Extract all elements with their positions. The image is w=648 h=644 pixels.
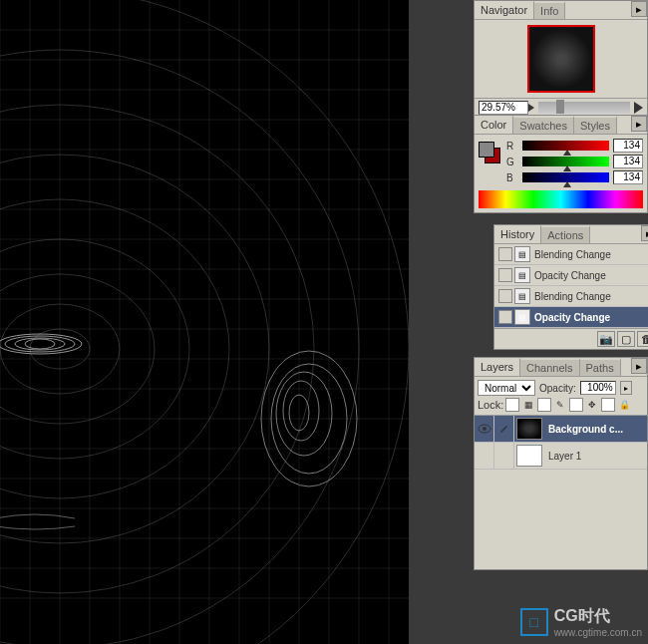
history-checkbox[interactable]	[498, 310, 512, 324]
rgb-sliders: R 134 G 134 B 134	[506, 139, 643, 186]
watermark-brand: CG时代	[554, 606, 642, 627]
slider-thumb-icon[interactable]	[563, 181, 571, 187]
history-item-label: Blending Change	[534, 291, 611, 302]
svg-rect-0	[0, 0, 409, 644]
brush-icon: ✎	[553, 398, 567, 412]
tab-color[interactable]: Color	[475, 116, 513, 134]
layer-thumbnail[interactable]	[516, 445, 542, 467]
blend-mode-select[interactable]: Normal	[478, 380, 535, 396]
zoom-slider-thumb[interactable]	[556, 100, 564, 114]
color-ramp[interactable]	[479, 190, 643, 208]
history-panel: History Actions ▸ ▤ Blending Change ▤ Op…	[493, 224, 648, 350]
tab-styles[interactable]: Styles	[574, 116, 617, 134]
watermark-text: CG时代 www.cgtime.com.cn	[554, 606, 642, 638]
tab-layers[interactable]: Layers	[475, 358, 520, 376]
opacity-dropdown-icon[interactable]: ▸	[620, 381, 632, 395]
tab-paths[interactable]: Paths	[580, 358, 621, 376]
new-snapshot-button[interactable]: 📷	[597, 331, 615, 347]
slider-thumb-icon[interactable]	[563, 165, 571, 171]
zoom-slider[interactable]	[538, 102, 630, 114]
watermark-logo-icon: □	[520, 608, 548, 636]
layer-link-toggle[interactable]	[494, 443, 514, 469]
lock-all-checkbox[interactable]	[601, 398, 615, 412]
history-item-label: Opacity Change	[534, 312, 610, 323]
document-viewport[interactable]: _ □ ×	[0, 0, 409, 644]
lock-position-checkbox[interactable]	[569, 398, 583, 412]
navigator-thumbnail-image	[531, 29, 591, 89]
r-label: R	[506, 141, 518, 152]
layers-empty-area	[475, 470, 647, 569]
lock-transparency-icon: ▦	[521, 398, 535, 412]
history-item-label: Opacity Change	[534, 270, 606, 281]
opacity-label: Opacity:	[539, 383, 576, 394]
history-footer: 📷 ▢ 🗑	[494, 328, 648, 349]
zoom-out-icon[interactable]	[528, 104, 534, 112]
layer-name: Layer 1	[544, 451, 581, 462]
panel-menu-icon[interactable]: ▸	[631, 1, 647, 17]
panel-menu-icon[interactable]: ▸	[641, 225, 648, 241]
history-item-label: Blending Change	[534, 249, 611, 260]
layer-link-toggle[interactable]	[494, 416, 514, 442]
zoom-in-icon[interactable]	[634, 102, 643, 114]
opacity-input[interactable]: 100%	[580, 381, 616, 395]
move-icon: ✥	[585, 398, 599, 412]
layers-controls: Normal Opacity: 100% ▸ Lock: ▦ ✎ ✥ 🔒	[475, 377, 647, 416]
tab-info[interactable]: Info	[534, 1, 565, 19]
layer-visibility-toggle[interactable]	[475, 416, 494, 442]
foreground-swatch[interactable]	[479, 142, 494, 158]
b-label: B	[506, 172, 518, 183]
layer-item[interactable]: Background c...	[475, 416, 647, 443]
r-value-input[interactable]: 134	[613, 139, 643, 153]
history-item[interactable]: ▤ Blending Change	[494, 286, 648, 307]
b-slider[interactable]	[522, 172, 609, 182]
slider-thumb-icon[interactable]	[563, 150, 571, 156]
r-slider[interactable]	[522, 141, 609, 151]
wireframe-svg	[0, 0, 409, 644]
navigator-preview[interactable]	[475, 20, 647, 98]
layers-panel: Layers Channels Paths ▸ Normal Opacity: …	[474, 357, 648, 570]
eye-icon	[478, 424, 491, 434]
g-label: G	[506, 157, 518, 167]
history-step-icon: ▤	[514, 246, 530, 262]
color-body: R 134 G 134 B 134	[475, 135, 647, 212]
new-state-button[interactable]: ▢	[617, 331, 635, 347]
zoom-value-input[interactable]: 29.57%	[479, 101, 528, 115]
history-checkbox[interactable]	[498, 289, 512, 303]
color-swatch-pair	[479, 142, 502, 183]
history-list: ▤ Blending Change ▤ Opacity Change ▤ Ble…	[494, 244, 648, 328]
wireframe-face-render	[0, 0, 409, 644]
layer-item[interactable]: Layer 1	[475, 443, 647, 470]
svg-point-54	[483, 427, 486, 431]
lock-label: Lock:	[478, 399, 503, 411]
delete-button[interactable]: 🗑	[637, 331, 648, 347]
history-checkbox[interactable]	[498, 247, 512, 261]
history-item[interactable]: ▤ Opacity Change	[494, 265, 648, 286]
layer-thumbnail[interactable]	[516, 418, 542, 440]
history-step-icon: ▤	[514, 267, 530, 283]
history-item[interactable]: ▤ Opacity Change	[494, 307, 648, 328]
b-value-input[interactable]: 134	[613, 170, 643, 184]
layer-visibility-toggle[interactable]	[475, 443, 494, 469]
navigator-panel: Navigator Info ▸ 29.57%	[474, 0, 648, 118]
tab-channels[interactable]: Channels	[520, 358, 579, 376]
tab-swatches[interactable]: Swatches	[513, 116, 574, 134]
g-value-input[interactable]: 134	[613, 155, 643, 168]
layer-name: Background c...	[544, 424, 623, 435]
tab-navigator[interactable]: Navigator	[475, 1, 534, 19]
history-item[interactable]: ▤ Blending Change	[494, 244, 648, 265]
lock-pixels-checkbox[interactable]	[537, 398, 551, 412]
history-step-icon: ▤	[514, 309, 530, 325]
color-panel: Color Swatches Styles ▸ R 134 G 134	[474, 115, 648, 213]
navigator-thumbnail[interactable]	[527, 25, 595, 93]
lock-transparency-checkbox[interactable]	[505, 398, 519, 412]
tab-history[interactable]: History	[494, 225, 541, 243]
color-tabs: Color Swatches Styles ▸	[475, 116, 647, 135]
panel-menu-icon[interactable]: ▸	[631, 358, 647, 374]
panel-menu-icon[interactable]: ▸	[631, 116, 647, 132]
layers-tabs: Layers Channels Paths ▸	[475, 358, 647, 377]
g-slider[interactable]	[522, 157, 609, 166]
tab-actions[interactable]: Actions	[541, 225, 590, 243]
history-checkbox[interactable]	[498, 268, 512, 282]
history-step-icon: ▤	[514, 288, 530, 304]
watermark-url: www.cgtime.com.cn	[554, 627, 642, 638]
